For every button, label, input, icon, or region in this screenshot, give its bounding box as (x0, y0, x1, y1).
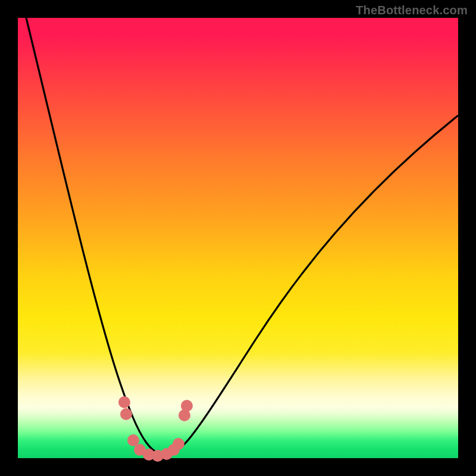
curve-markers (118, 396, 193, 462)
bottleneck-curve (26, 18, 458, 455)
curve-marker (173, 438, 184, 450)
curve-marker (118, 396, 130, 408)
watermark-text: TheBottleneck.com (356, 4, 468, 17)
plot-area (18, 18, 458, 458)
bottleneck-curve-svg (18, 18, 458, 458)
curve-marker (120, 408, 132, 420)
curve-marker (181, 400, 193, 412)
chart-frame: TheBottleneck.com (0, 0, 476, 476)
